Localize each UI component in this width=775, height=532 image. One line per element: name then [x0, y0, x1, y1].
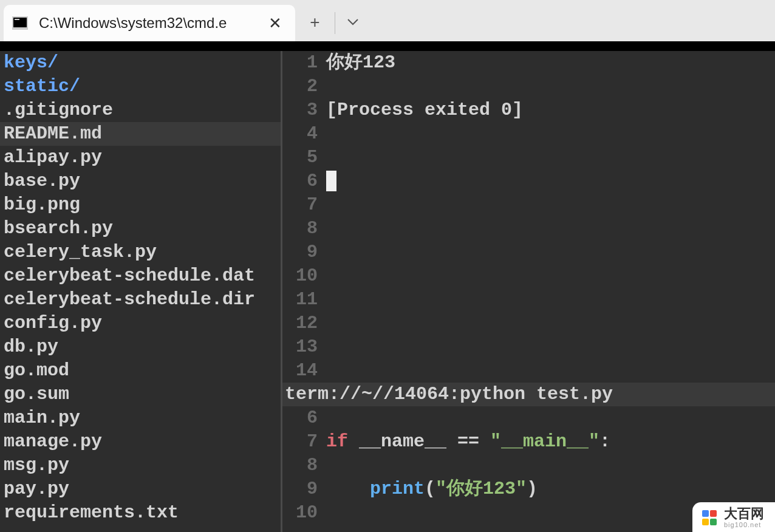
- chevron-down-icon: [347, 18, 358, 26]
- line-content: print("你好123"): [326, 477, 538, 501]
- terminal-line: 2: [282, 75, 775, 98]
- file-item[interactable]: db.py: [0, 335, 281, 359]
- terminal-line: 14: [282, 359, 775, 383]
- line-number: 9: [282, 477, 326, 501]
- file-item[interactable]: keys/: [0, 51, 281, 75]
- terminal-line: 11: [282, 288, 775, 312]
- file-item[interactable]: celery_task.py: [0, 240, 281, 264]
- file-item[interactable]: requirements.txt: [0, 501, 281, 525]
- code-line: 6: [282, 406, 775, 430]
- line-number: 2: [282, 75, 326, 98]
- terminal-line: 9: [282, 240, 775, 264]
- code-line: 7if __name__ == "__main__":: [282, 430, 775, 454]
- main-area: keys/static/.gitignoreREADME.mdalipay.py…: [0, 51, 775, 532]
- file-sidebar[interactable]: keys/static/.gitignoreREADME.mdalipay.py…: [0, 51, 282, 532]
- file-item[interactable]: static/: [0, 75, 281, 98]
- line-content: [Process exited 0]: [326, 98, 523, 122]
- watermark-text: 大百网 big100.net: [724, 507, 764, 528]
- terminal-line: 5: [282, 146, 775, 169]
- new-tab-button[interactable]: +: [295, 14, 335, 33]
- terminal-line: 4: [282, 122, 775, 146]
- line-number: 6: [282, 406, 326, 430]
- file-item[interactable]: pay.py: [0, 477, 281, 501]
- terminal-line: 13: [282, 335, 775, 359]
- file-item[interactable]: alipay.py: [0, 146, 281, 169]
- watermark-main: 大百网: [724, 507, 764, 520]
- file-item[interactable]: msg.py: [0, 454, 281, 477]
- watermark-sub: big100.net: [724, 522, 764, 528]
- cmd-icon: [12, 16, 28, 30]
- line-number: 5: [282, 146, 326, 169]
- line-number: 10: [282, 264, 326, 288]
- cursor: [326, 171, 336, 191]
- code-line: 9 print("你好123"): [282, 477, 775, 501]
- terminal-line: 8: [282, 217, 775, 240]
- watermark-logo-icon: [702, 510, 718, 526]
- line-number: 7: [282, 430, 326, 454]
- terminal-line: 1你好123: [282, 51, 775, 75]
- file-item[interactable]: celerybeat-schedule.dat: [0, 264, 281, 288]
- line-number: 8: [282, 217, 326, 240]
- tab-controls: +: [295, 5, 370, 41]
- terminal-line: 7: [282, 193, 775, 217]
- tab-dropdown-button[interactable]: [335, 18, 370, 29]
- line-number: 11: [282, 288, 326, 312]
- line-content: if __name__ == "__main__":: [326, 430, 610, 454]
- line-number: 13: [282, 335, 326, 359]
- editor-area: 1你好12323[Process exited 0]45678910111213…: [282, 51, 775, 532]
- terminal-pane[interactable]: 1你好12323[Process exited 0]45678910111213…: [282, 51, 775, 383]
- file-item[interactable]: config.py: [0, 312, 281, 335]
- file-item[interactable]: .gitignore: [0, 98, 281, 122]
- black-bar: [0, 41, 775, 51]
- file-item[interactable]: README.md: [0, 122, 281, 146]
- tab-title: C:\Windows\system32\cmd.e: [39, 15, 262, 32]
- file-item[interactable]: bsearch.py: [0, 217, 281, 240]
- terminal-status: term://~//14064:python test.py: [282, 383, 775, 406]
- line-content: [326, 169, 336, 193]
- line-content: 你好123: [326, 51, 395, 75]
- terminal-line: 3[Process exited 0]: [282, 98, 775, 122]
- line-number: 7: [282, 193, 326, 217]
- file-item[interactable]: big.png: [0, 193, 281, 217]
- line-number: 3: [282, 98, 326, 122]
- line-number: 4: [282, 122, 326, 146]
- line-number: 6: [282, 169, 326, 193]
- tab-active[interactable]: C:\Windows\system32\cmd.e ✕: [4, 5, 295, 41]
- title-bar: C:\Windows\system32\cmd.e ✕ +: [0, 0, 775, 41]
- line-number: 10: [282, 501, 326, 525]
- terminal-line: 6: [282, 169, 775, 193]
- file-item[interactable]: main.py: [0, 406, 281, 430]
- close-icon[interactable]: ✕: [262, 12, 288, 35]
- file-item[interactable]: base.py: [0, 169, 281, 193]
- terminal-line: 12: [282, 312, 775, 335]
- line-number: 14: [282, 359, 326, 383]
- code-line: 8: [282, 454, 775, 477]
- line-number: 8: [282, 454, 326, 477]
- file-item[interactable]: go.sum: [0, 383, 281, 406]
- terminal-line: 10: [282, 264, 775, 288]
- file-item[interactable]: go.mod: [0, 359, 281, 383]
- line-number: 9: [282, 240, 326, 264]
- line-number: 12: [282, 312, 326, 335]
- watermark: 大百网 big100.net: [692, 502, 775, 532]
- file-item[interactable]: manage.py: [0, 430, 281, 454]
- line-number: 1: [282, 51, 326, 75]
- file-item[interactable]: celerybeat-schedule.dir: [0, 288, 281, 312]
